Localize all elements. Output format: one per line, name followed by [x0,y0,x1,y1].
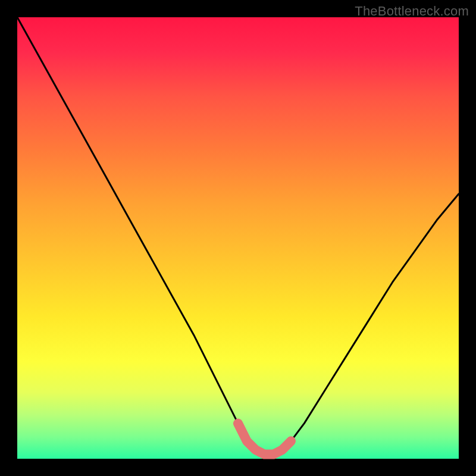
optimal-band-marker [238,424,291,455]
plot-area [17,17,459,459]
watermark-text: TheBottleneck.com [355,4,469,19]
chart-frame: TheBottleneck.com [0,0,476,476]
curve-layer [17,17,459,459]
bottleneck-curve [17,17,459,455]
